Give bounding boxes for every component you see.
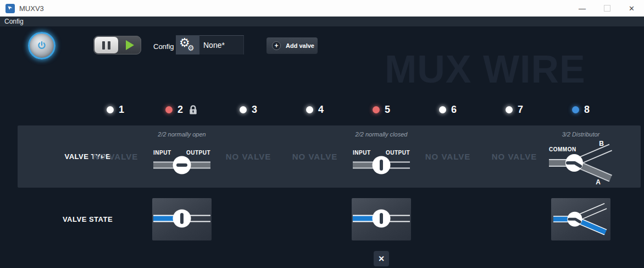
power-button[interactable] [28, 32, 55, 59]
channel-1-indicator[interactable] [107, 106, 114, 113]
valve-2-2-diagram-icon [153, 154, 210, 178]
channel-4-selector[interactable]: 4 [282, 101, 348, 118]
valve-type-cell-7[interactable]: NO VALVE [481, 125, 547, 188]
valve-state-diagram-icon [353, 207, 410, 232]
no-valve-label: NO VALVE [481, 125, 547, 188]
play-icon[interactable] [126, 40, 134, 50]
valve-type-name: 2/2 normally closed [348, 131, 414, 138]
valve-type-cell-1[interactable]: NO VALVE [82, 125, 148, 188]
gear-small-icon: ⚙ [187, 44, 195, 52]
lock-icon [188, 105, 198, 115]
no-valve-label: NO VALVE [215, 125, 281, 188]
valve-type-cell-4[interactable]: NO VALVE [282, 125, 348, 188]
channel-7-selector[interactable]: 7 [481, 101, 547, 118]
channel-7-number: 7 [518, 104, 523, 116]
no-valve-label: NO VALVE [415, 125, 481, 188]
channel-5-indicator[interactable] [373, 106, 380, 113]
valve-type-row: VALVE TYPE NO VALVE2/2 normally open INP… [18, 125, 641, 188]
plus-icon: + [272, 41, 281, 50]
app-window: MUXV3 — ✕ Config MUX WIRE Config ⚙ ⚙ Non… [0, 0, 644, 268]
valve-type-cell-2[interactable]: 2/2 normally open INPUT OUTPUT [149, 125, 215, 188]
valve-state-diagram-icon [153, 207, 210, 232]
channel-6-selector[interactable]: 6 [415, 101, 481, 118]
close-panel-button[interactable]: ✕ [374, 251, 389, 266]
minimize-button[interactable]: — [570, 0, 595, 17]
valve-type-cell-8[interactable]: 3/2 Distributor COMMON B A [548, 125, 614, 188]
channel-3-selector[interactable]: 3 [215, 101, 281, 118]
channel-8-indicator[interactable] [572, 106, 579, 113]
config-select[interactable]: None* [199, 35, 244, 54]
valve-state-diagram-icon [553, 201, 608, 237]
channel-5-selector[interactable]: 5 [348, 101, 414, 118]
channel-1-number: 1 [119, 104, 124, 116]
window-title: MUXV3 [19, 4, 44, 13]
menubar: Config [0, 17, 644, 26]
channel-2-indicator[interactable] [165, 106, 173, 113]
valve-state-tile-8[interactable] [551, 198, 610, 240]
valve-type-cell-6[interactable]: NO VALVE [415, 125, 481, 188]
channel-3-number: 3 [252, 104, 257, 116]
watermark-text: MUX WIRE [385, 47, 618, 91]
valve-type-name: 2/2 normally open [149, 131, 215, 138]
no-valve-label: NO VALVE [282, 125, 348, 188]
channel-8-selector[interactable]: 8 [548, 101, 614, 118]
channel-2-number: 2 [177, 104, 183, 116]
channel-4-number: 4 [318, 104, 324, 116]
valve-2-2-diagram-icon [353, 154, 410, 178]
maximize-button[interactable] [595, 0, 619, 17]
valve-3-2-diagram-icon [549, 142, 614, 184]
channel-3-indicator[interactable] [240, 106, 247, 113]
valve-type-name: 3/2 Distributor [548, 131, 614, 138]
power-icon [36, 40, 47, 51]
valve-state-row-label: VALVE STATE [29, 198, 147, 240]
valve-type-cell-3[interactable]: NO VALVE [215, 125, 281, 188]
menu-config[interactable]: Config [0, 18, 28, 25]
app-logo-icon [5, 4, 15, 13]
config-label: Config [153, 42, 174, 51]
window-controls: — ✕ [570, 0, 644, 17]
channel-4-indicator[interactable] [306, 106, 313, 113]
channel-1-selector[interactable]: 1 [82, 101, 148, 118]
channel-8-number: 8 [584, 104, 590, 116]
close-window-button[interactable]: ✕ [619, 0, 644, 17]
channel-7-indicator[interactable] [506, 106, 513, 113]
valve-state-tile-2[interactable] [152, 198, 212, 240]
no-valve-label: NO VALVE [82, 125, 148, 188]
add-valve-label: Add valve [286, 42, 314, 49]
add-valve-button[interactable]: + Add valve [267, 37, 318, 54]
channel-6-number: 6 [451, 104, 457, 116]
config-gear-button[interactable]: ⚙ ⚙ [176, 35, 199, 54]
maximize-icon [604, 5, 610, 12]
pause-icon[interactable] [95, 37, 118, 53]
channel-2-selector[interactable]: 2 [149, 101, 215, 118]
channel-6-indicator[interactable] [439, 106, 446, 113]
channel-5-number: 5 [385, 104, 390, 116]
valve-state-tile-5[interactable] [352, 198, 411, 240]
run-pause-toggle[interactable] [93, 36, 141, 54]
valve-type-cell-5[interactable]: 2/2 normally closed INPUT OUTPUT [348, 125, 414, 188]
titlebar: MUXV3 — ✕ [0, 0, 644, 17]
